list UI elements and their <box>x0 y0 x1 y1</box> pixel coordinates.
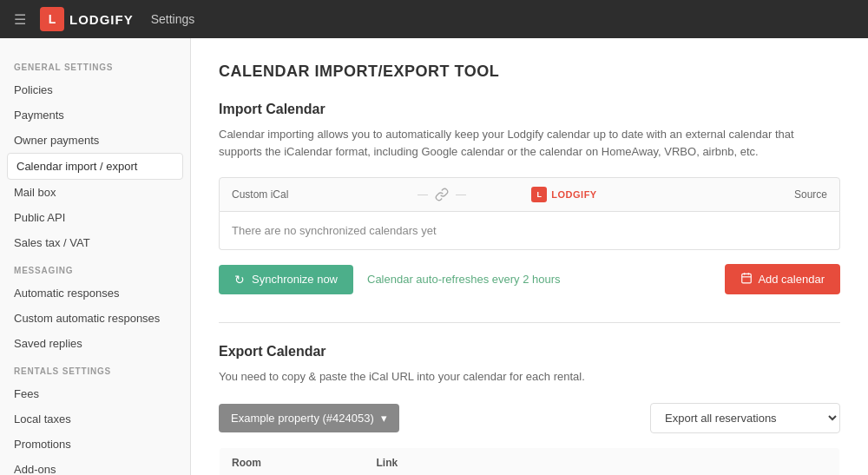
sidebar-item-promotions[interactable]: Promotions <box>0 432 190 457</box>
import-section-desc: Calendar importing allows you to automat… <box>219 126 840 160</box>
import-section-title: Import Calendar <box>219 102 840 117</box>
property-dropdown[interactable]: Example property (#424053) ▾ <box>219 404 399 432</box>
sidebar-item-fees[interactable]: Fees <box>0 381 190 406</box>
export-section-title: Export Calendar <box>219 344 840 360</box>
import-table-header: Custom iCal — — L LODGIFY Source <box>219 177 840 212</box>
import-col-lodgify-logo: L LODGIFY <box>477 187 652 202</box>
sidebar-item-addons[interactable]: Add-ons <box>0 457 190 475</box>
nav-settings-label: Settings <box>151 12 195 26</box>
sidebar-item-mailbox[interactable]: Mail box <box>0 180 190 205</box>
sidebar-item-sales-tax[interactable]: Sales tax / VAT <box>0 230 190 255</box>
import-col-source: Source <box>652 188 827 201</box>
general-settings-section: GENERAL SETTINGS <box>0 52 190 77</box>
sidebar-item-auto-responses[interactable]: Automatic responses <box>0 280 190 306</box>
table-col-link: Link <box>364 447 839 475</box>
sidebar: GENERAL SETTINGS Policies Payments Owner… <box>0 38 191 475</box>
rentals-section: RENTALS SETTINGS <box>0 356 190 381</box>
sidebar-item-owner-payments[interactable]: Owner payments <box>0 128 190 153</box>
import-table-body: There are no synchronized calendars yet <box>219 212 840 250</box>
import-empty-text: There are no synchronized calendars yet <box>232 224 437 237</box>
add-calendar-icon <box>740 272 753 287</box>
messaging-section: MESSAGING <box>0 255 190 280</box>
add-calendar-label: Add calendar <box>758 273 825 286</box>
table-col-room: Room <box>220 447 365 475</box>
sidebar-item-payments[interactable]: Payments <box>0 102 190 128</box>
import-col-custom-ical: Custom iCal <box>232 188 407 201</box>
sync-btn-label: Synchronize now <box>252 273 338 286</box>
logo: L LODGIFY <box>40 7 134 31</box>
import-col-separator: — — <box>407 188 477 201</box>
sidebar-item-calendar[interactable]: Calendar import / export <box>7 153 183 180</box>
logo-icon: L <box>40 7 64 31</box>
section-divider <box>219 322 840 323</box>
add-calendar-button[interactable]: Add calendar <box>725 264 840 294</box>
main-content: CALENDAR IMPORT/EXPORT TOOL Import Calen… <box>191 38 868 475</box>
lodgify-logo-icon-sm: L <box>531 187 547 202</box>
sync-icon: ↻ <box>234 273 245 287</box>
sync-row: ↻ Synchronize now Calendar auto-refreshe… <box>219 264 840 294</box>
synchronize-now-button[interactable]: ↻ Synchronize now <box>219 265 353 294</box>
sidebar-item-saved-replies[interactable]: Saved replies <box>0 331 190 356</box>
property-dropdown-label: Example property (#424053) <box>231 412 374 425</box>
hamburger-menu[interactable]: ☰ <box>14 11 26 28</box>
sidebar-item-local-taxes[interactable]: Local taxes <box>0 406 190 432</box>
sidebar-item-custom-auto-responses[interactable]: Custom automatic responses <box>0 306 190 331</box>
svg-rect-0 <box>742 274 752 283</box>
top-navbar: ☰ L LODGIFY Settings <box>0 0 868 38</box>
export-table: Room Link Example propertyhttps://www.lo… <box>219 447 840 476</box>
chevron-down-icon: ▾ <box>381 412 387 425</box>
page-title: CALENDAR IMPORT/EXPORT TOOL <box>219 63 840 81</box>
export-section-desc: You need to copy & paste the iCal URL in… <box>219 368 840 386</box>
sidebar-item-policies[interactable]: Policies <box>0 77 190 102</box>
sidebar-item-public-api[interactable]: Public API <box>0 205 190 230</box>
lodgify-brand-sm: LODGIFY <box>551 189 596 200</box>
brand-name: LODGIFY <box>69 12 134 27</box>
export-type-select[interactable]: Export all reservationsExport confirmed … <box>650 403 840 433</box>
sync-note: Calendar auto-refreshes every 2 hours <box>367 273 711 286</box>
export-controls-row: Example property (#424053) ▾ Export all … <box>219 403 840 433</box>
